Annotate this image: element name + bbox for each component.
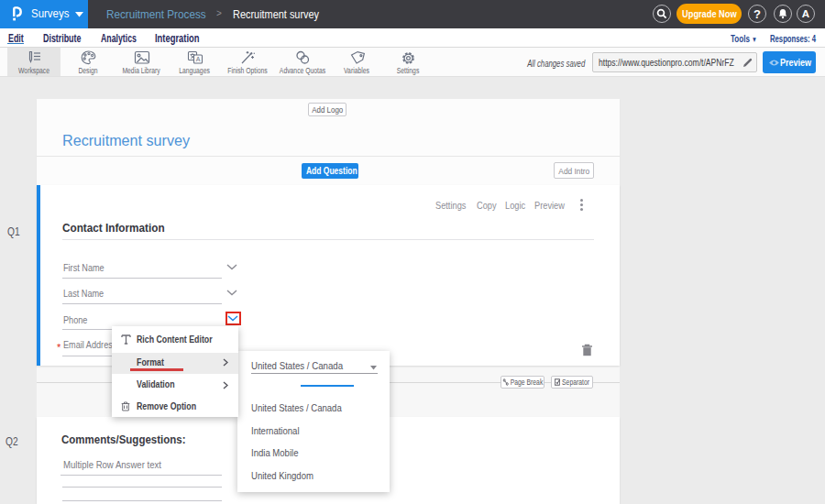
svg-text:A: A (196, 56, 201, 62)
